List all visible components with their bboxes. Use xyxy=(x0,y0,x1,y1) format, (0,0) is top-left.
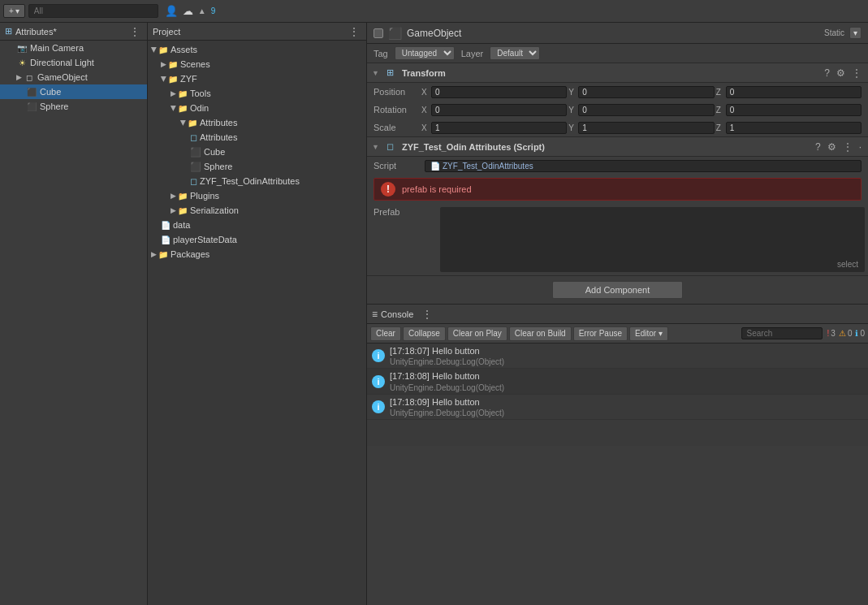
tree-zyf[interactable]: ▶ 📁 ZYF xyxy=(148,71,366,86)
transform-title: Transform xyxy=(402,68,818,78)
sphere-icon: ⬛ xyxy=(26,101,37,112)
clear-on-build-button[interactable]: Clear on Build xyxy=(509,326,572,341)
rot-x-label: X xyxy=(421,106,430,115)
attributes-folder-icon: 📁 xyxy=(188,119,197,127)
prefab-drop-area[interactable]: select xyxy=(440,207,865,272)
asset-count: ▲ xyxy=(198,6,206,15)
add-button[interactable]: + ▾ xyxy=(3,4,25,18)
go-name: GameObject xyxy=(407,28,819,39)
account-icon: 👤 xyxy=(165,5,178,17)
hierarchy-more-button[interactable]: ⋮ xyxy=(127,25,142,38)
tree-item-label: playerStateData xyxy=(173,235,237,244)
transform-more-button[interactable]: ⋮ xyxy=(850,67,863,79)
packages-folder-icon: 📁 xyxy=(158,250,168,259)
script-help-button[interactable]: ? xyxy=(814,141,823,153)
transform-settings-button[interactable]: ⚙ xyxy=(835,67,847,79)
add-component-button[interactable]: Add Component xyxy=(552,281,684,299)
transform-help-button[interactable]: ? xyxy=(823,67,831,79)
log-entry-0[interactable]: i [17:18:07] Hello button UnityEngine.De… xyxy=(367,344,868,369)
hierarchy-item-cube[interactable]: ⬛ Cube xyxy=(0,84,147,99)
tree-scenes[interactable]: ▶ 📁 Scenes xyxy=(148,57,366,71)
error-count-badge: ! 3 xyxy=(827,329,836,338)
scale-y-input[interactable] xyxy=(578,122,714,134)
info-count-badge: ℹ 0 xyxy=(855,329,865,338)
transform-collapse-icon[interactable]: ▼ xyxy=(372,69,379,77)
zyf-script-icon: ◻ xyxy=(190,176,197,187)
tools-expand-icon: ▶ xyxy=(171,89,176,97)
layer-label: Layer xyxy=(461,49,484,58)
tree-plugins[interactable]: ▶ 📁 Plugins xyxy=(148,188,366,203)
tree-item-label: ZYF_Test_OdinAttributes xyxy=(200,176,300,186)
scale-label: Scale xyxy=(374,123,418,132)
tree-cube-prefab[interactable]: ⬛ Cube xyxy=(148,145,366,159)
zyf-expand-icon: ▶ xyxy=(160,76,168,82)
tree-packages[interactable]: ▶ 📁 Packages xyxy=(148,247,366,261)
script-dot-button[interactable]: · xyxy=(857,141,863,153)
rot-x-input[interactable] xyxy=(431,104,567,116)
log-entry-1[interactable]: i [17:18:08] Hello button UnityEngine.De… xyxy=(367,369,868,394)
tree-item-label: Sphere xyxy=(204,162,232,171)
layer-select[interactable]: Default xyxy=(490,46,540,60)
search-input[interactable] xyxy=(28,4,158,18)
go-active-checkbox[interactable] xyxy=(374,28,383,38)
gameobject-icon: ◻ xyxy=(24,71,35,83)
hierarchy-item-directional-light[interactable]: ☀ Directional Light xyxy=(0,55,147,70)
project-more-button[interactable]: ⋮ xyxy=(347,25,361,38)
scenes-expand-icon: ▶ xyxy=(161,60,166,68)
tree-zyf-script[interactable]: ◻ ZYF_Test_OdinAttributes xyxy=(148,174,366,188)
console-counts: ! 3 ⚠ 0 ℹ 0 xyxy=(827,329,865,338)
console-log-area: i [17:18:07] Hello button UnityEngine.De… xyxy=(367,344,868,446)
tree-sphere-prefab[interactable]: ⬛ Sphere xyxy=(148,159,366,174)
tree-assets[interactable]: ▶ 📁 Assets xyxy=(148,42,366,57)
scenes-folder-icon: 📁 xyxy=(168,60,178,69)
scale-y-label: Y xyxy=(568,123,577,132)
console-icon: ≡ xyxy=(372,309,378,320)
tree-data[interactable]: 📄 data xyxy=(148,218,366,232)
error-pause-button[interactable]: Error Pause xyxy=(573,326,628,341)
hierarchy-icon: ⊞ xyxy=(5,26,12,37)
pos-y-input[interactable] xyxy=(578,86,714,98)
hierarchy-item-gameobject[interactable]: ▶ ◻ GameObject xyxy=(0,70,147,84)
hierarchy-item-label: Directional Light xyxy=(30,58,94,67)
tree-item-label: Assets xyxy=(171,45,197,54)
script-more-button[interactable]: ⋮ xyxy=(841,141,854,153)
attributes-expand-icon: ▶ xyxy=(179,120,188,126)
pos-z-input[interactable] xyxy=(726,86,862,98)
clear-on-play-button[interactable]: Clear on Play xyxy=(447,326,507,341)
tree-attributes-folder[interactable]: ▶ 📁 Attributes xyxy=(148,115,366,130)
tree-attributes-script[interactable]: ◻ Attributes xyxy=(148,130,366,145)
log-text-0: [17:18:07] Hello button xyxy=(390,345,504,357)
scale-z-input[interactable] xyxy=(726,122,862,134)
editor-dropdown-button[interactable]: Editor ▾ xyxy=(629,326,668,341)
clear-button[interactable]: Clear xyxy=(370,326,401,341)
hierarchy-item-label: Cube xyxy=(40,87,61,97)
console-more-button[interactable]: ⋮ xyxy=(420,308,434,321)
position-label: Position xyxy=(374,87,418,97)
serial-folder-icon: 📁 xyxy=(178,206,188,215)
pos-y-label: Y xyxy=(568,88,577,97)
log-entry-2[interactable]: i [17:18:09] Hello button UnityEngine.De… xyxy=(367,395,868,420)
rot-y-input[interactable] xyxy=(578,104,714,116)
rotation-row: Rotation X Y Z xyxy=(367,101,868,119)
console-panel: ≡ Console ⋮ Clear Collapse Clear on Play… xyxy=(367,304,868,446)
tree-odin[interactable]: ▶ 📁 Odin xyxy=(148,101,366,115)
tag-select[interactable]: Untagged xyxy=(395,46,455,60)
script-collapse-icon[interactable]: ▼ xyxy=(372,143,379,151)
script-settings-button[interactable]: ⚙ xyxy=(826,141,838,153)
tree-serialization[interactable]: ▶ 📁 Serialization xyxy=(148,203,366,218)
collapse-button[interactable]: Collapse xyxy=(403,326,446,341)
hierarchy-item-main-camera[interactable]: 📷 Main Camera xyxy=(0,41,147,55)
tree-tools[interactable]: ▶ 📁 Tools xyxy=(148,86,366,101)
log-sub-1: UnityEngine.Debug:Log(Object) xyxy=(390,383,504,392)
zyf-folder-icon: 📁 xyxy=(168,75,178,84)
tree-item-label: Cube xyxy=(204,147,225,157)
scale-x-input[interactable] xyxy=(431,122,567,134)
console-search-input[interactable] xyxy=(741,327,823,339)
static-dropdown[interactable]: ▾ xyxy=(849,27,862,39)
rot-z-input[interactable] xyxy=(726,104,862,116)
tree-player-state[interactable]: 📄 playerStateData xyxy=(148,232,366,247)
hierarchy-item-sphere[interactable]: ⬛ Sphere xyxy=(0,99,147,114)
editor-arrow: ▾ xyxy=(659,329,663,338)
pos-x-input[interactable] xyxy=(431,86,567,98)
prefab-select-label: select xyxy=(837,260,858,269)
